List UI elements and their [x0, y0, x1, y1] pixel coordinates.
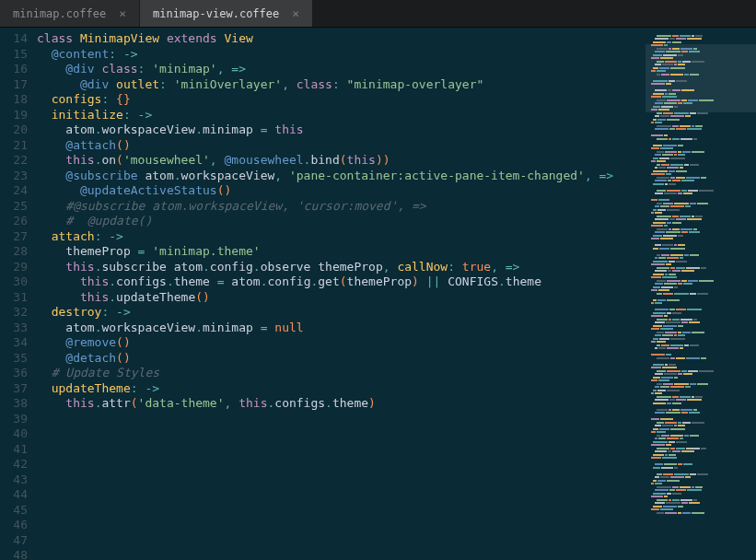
close-icon[interactable]: × [292, 6, 299, 20]
code-line: attach: -> [37, 229, 646, 245]
code-line: @attach() [37, 138, 646, 154]
code-line: this.attr('data-theme', this.configs.the… [37, 396, 646, 412]
code-line: atom.workspaceView.minimap = null [37, 321, 646, 336]
tab-minimap-view-coffee[interactable]: minimap-view.coffee × [140, 0, 313, 27]
editor: 14 15 16 17 18 19 20 21 22 23 24 25 26 2… [0, 28, 756, 560]
code-line: updateTheme: -> [37, 381, 646, 397]
close-icon[interactable]: × [119, 6, 126, 20]
code-line: # @update() [37, 214, 646, 229]
line-number-gutter: 14 15 16 17 18 19 20 21 22 23 24 25 26 2… [0, 28, 37, 560]
minimap[interactable] [646, 28, 756, 560]
code-area[interactable]: class MinimapView extends View @content:… [37, 28, 646, 560]
code-line: @remove() [37, 335, 646, 351]
code-line: @div outlet: 'miniOverlayer', class: "mi… [37, 77, 646, 93]
code-line: @content: -> [37, 47, 646, 63]
tab-bar: minimap.coffee × minimap-view.coffee × [0, 0, 756, 28]
tab-label: minimap.coffee [13, 7, 106, 20]
code-line: this.subscribe atom.config.observe theme… [37, 260, 646, 275]
code-line: destroy: -> [37, 305, 646, 321]
code-line: themeProp = 'minimap.theme' [37, 244, 646, 260]
code-line: @updateActiveStatus() [37, 183, 646, 199]
tab-bar-filler [313, 0, 756, 27]
code-line: #@subscribe atom.workspaceView, 'cursor:… [37, 199, 646, 215]
code-line: class MinimapView extends View [37, 31, 646, 47]
code-line: configs: {} [37, 92, 646, 108]
code-line: atom.workspaceView.minimap = this [37, 122, 646, 138]
tab-minimap-coffee[interactable]: minimap.coffee × [0, 0, 140, 27]
code-line: initialize: -> [37, 108, 646, 123]
minimap-content [649, 31, 752, 515]
code-line: # Update Styles [37, 366, 646, 381]
code-line: this.configs.theme = atom.config.get(the… [37, 274, 646, 290]
tab-label: minimap-view.coffee [153, 7, 279, 20]
code-line: @subscribe atom.workspaceView, 'pane-con… [37, 169, 646, 184]
code-line: @div class: 'minimap', => [37, 62, 646, 77]
code-line: this.updateTheme() [37, 290, 646, 306]
code-line: @detach() [37, 351, 646, 367]
code-line: this.on('mousewheel', @mousewheel.bind(t… [37, 153, 646, 169]
